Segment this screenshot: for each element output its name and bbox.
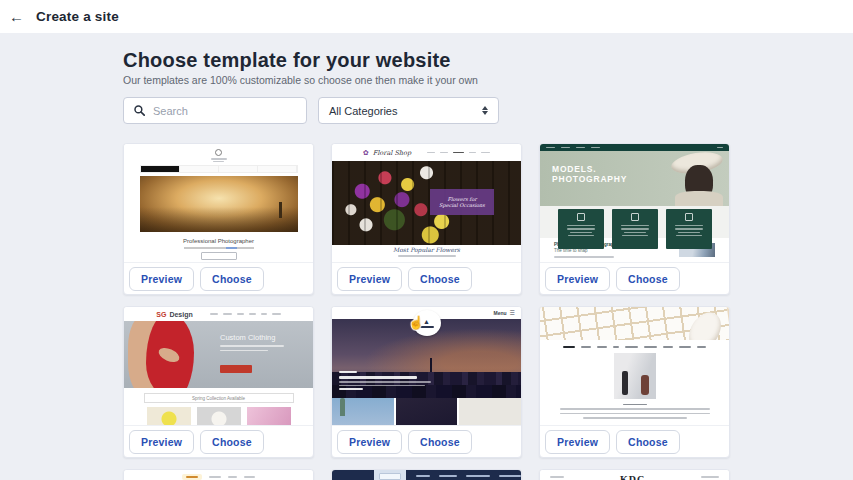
- thumb-statue: [340, 398, 345, 416]
- thumb-footer-caption: Most Popular Flowers: [332, 245, 521, 255]
- thumb-brand: KDC: [564, 474, 701, 480]
- thumb-gallery-row: [332, 398, 521, 426]
- template-thumbnail-kdc[interactable]: KDC: [540, 470, 729, 480]
- thumb-logo: [211, 149, 227, 162]
- template-thumbnail-floral-shop[interactable]: ✿ Floral Shop Flowers for Special Occasi…: [332, 144, 521, 263]
- template-card-keyboard-business: Preview Choose: [539, 306, 730, 458]
- thumb-navbar: [540, 144, 729, 151]
- thumb-feature-cards: [540, 206, 729, 239]
- mountain-icon: ▲: [423, 318, 430, 325]
- template-grid: Professional Photographer Preview Choose…: [123, 143, 730, 480]
- thumb-banner: Spring Collection Available: [144, 393, 294, 403]
- preview-button[interactable]: Preview: [545, 430, 610, 454]
- category-selected-value: All Categories: [329, 105, 397, 117]
- thumb-hero-photo: MODELS. PHOTOGRAPHY: [540, 151, 729, 206]
- thumb-navbar: [427, 152, 490, 154]
- preview-button[interactable]: Preview: [337, 267, 402, 291]
- thumb-center-photo: [614, 353, 656, 399]
- back-arrow-icon[interactable]: ←: [9, 8, 27, 25]
- thumb-hero-banner: Flowers for Special Occasions: [430, 189, 494, 215]
- choose-button[interactable]: Choose: [408, 430, 472, 454]
- flower-icon: ✿: [363, 149, 369, 156]
- choose-button[interactable]: Choose: [408, 267, 472, 291]
- menu-icon: ☰: [510, 310, 515, 316]
- thumb-paragraph: [540, 404, 729, 419]
- template-card-floral-shop: ✿ Floral Shop Flowers for Special Occasi…: [331, 143, 522, 295]
- thumb-brand-accent: SG: [156, 311, 166, 318]
- topbar: ← Create a site: [0, 0, 853, 33]
- choose-button[interactable]: Choose: [200, 430, 264, 454]
- thumb-left-lines: [550, 474, 564, 480]
- thumb-navbar: [210, 313, 281, 315]
- thumb-logo-badge: ▲: [413, 310, 441, 336]
- thumb-navbar: [540, 346, 729, 348]
- template-thumbnail-sg-design[interactable]: SG Design Custom Clothing Spring Collect…: [124, 307, 313, 426]
- thumb-hero-photo: Custom Clothing: [124, 321, 313, 388]
- template-thumbnail-photographer[interactable]: Professional Photographer: [124, 144, 313, 263]
- template-thumbnail-partial-2[interactable]: [332, 470, 521, 480]
- choose-button[interactable]: Choose: [616, 267, 680, 291]
- template-thumbnail-keyboard-business[interactable]: [540, 307, 729, 426]
- search-input[interactable]: [153, 105, 293, 117]
- thumb-cta-button: [220, 365, 252, 373]
- section-heading: Choose template for your website: [123, 49, 451, 72]
- template-card-photographer: Professional Photographer Preview Choose: [123, 143, 314, 295]
- preview-button[interactable]: Preview: [337, 430, 402, 454]
- page-title: Create a site: [36, 9, 119, 24]
- chevron-updown-icon: [482, 106, 488, 115]
- thumb-navbar: [140, 165, 298, 173]
- preview-button[interactable]: Preview: [129, 430, 194, 454]
- search-icon: [134, 105, 145, 116]
- template-card-partial-1: Preview Choose: [123, 469, 314, 480]
- thumb-hero-photo: Flowers for Special Occasions: [332, 161, 521, 245]
- preview-button[interactable]: Preview: [545, 267, 610, 291]
- thumb-title: Professional Photographer: [124, 238, 313, 244]
- section-subtitle: Our templates are 100% customizable so c…: [123, 74, 478, 86]
- template-thumbnail-partial-1[interactable]: [124, 470, 313, 480]
- template-card-kdc: KDC Preview Choose: [539, 469, 730, 480]
- template-thumbnail-city-travel[interactable]: Menu ☰ ▲: [332, 307, 521, 426]
- thumb-brand: Design: [169, 311, 192, 318]
- thumb-hero-title: MODELS. PHOTOGRAPHY: [552, 164, 627, 184]
- thumb-tagline: [184, 247, 254, 249]
- thumb-navbar: [332, 470, 521, 480]
- template-card-city-travel: Menu ☰ ▲: [331, 306, 522, 458]
- thumb-hero-photo: ▲: [332, 319, 521, 398]
- thumb-product-row: [124, 407, 313, 426]
- thumb-brand: Floral Shop: [373, 149, 411, 157]
- template-card-partial-2: Preview Choose: [331, 469, 522, 480]
- thumb-navbar: [124, 474, 313, 480]
- choose-button[interactable]: Choose: [200, 267, 264, 291]
- category-select[interactable]: All Categories: [318, 97, 499, 124]
- thumb-hero-title: Custom Clothing: [220, 333, 284, 351]
- search-box: [123, 97, 307, 124]
- thumb-button: [201, 252, 237, 260]
- thumb-menu-label: Menu: [494, 310, 507, 316]
- preview-button[interactable]: Preview: [129, 267, 194, 291]
- thumb-right-lines: [701, 474, 719, 480]
- thumb-hero-text: [339, 371, 431, 390]
- template-card-models-photography: MODELS. PHOTOGRAPHY Photography and vide…: [539, 143, 730, 295]
- template-card-sg-design: SG Design Custom Clothing Spring Collect…: [123, 306, 314, 458]
- choose-button[interactable]: Choose: [616, 430, 680, 454]
- thumb-keyboard-banner: [540, 307, 729, 340]
- thumb-hero-photo: [140, 176, 298, 232]
- template-thumbnail-models-photography[interactable]: MODELS. PHOTOGRAPHY Photography and vide…: [540, 144, 729, 263]
